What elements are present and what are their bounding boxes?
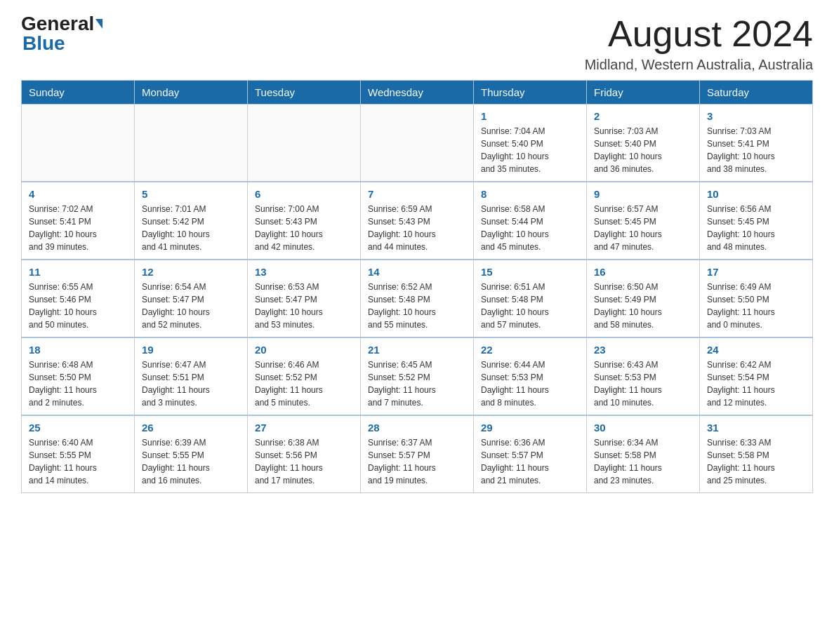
day-info: Sunrise: 6:56 AM Sunset: 5:45 PM Dayligh… <box>707 203 805 253</box>
calendar-cell: 13Sunrise: 6:53 AM Sunset: 5:47 PM Dayli… <box>248 260 361 337</box>
day-number: 1 <box>481 110 579 122</box>
calendar-header-sunday: Sunday <box>22 81 135 105</box>
calendar-cell: 16Sunrise: 6:50 AM Sunset: 5:49 PM Dayli… <box>587 260 700 337</box>
day-number: 15 <box>481 266 579 278</box>
day-info: Sunrise: 6:55 AM Sunset: 5:46 PM Dayligh… <box>29 281 127 331</box>
calendar-cell: 7Sunrise: 6:59 AM Sunset: 5:43 PM Daylig… <box>361 182 474 260</box>
day-number: 20 <box>255 344 353 356</box>
logo-triangle-icon <box>95 19 102 29</box>
day-number: 26 <box>142 422 240 434</box>
calendar-header-monday: Monday <box>135 81 248 105</box>
calendar-header-tuesday: Tuesday <box>248 81 361 105</box>
calendar-cell: 11Sunrise: 6:55 AM Sunset: 5:46 PM Dayli… <box>22 260 135 337</box>
day-info: Sunrise: 6:54 AM Sunset: 5:47 PM Dayligh… <box>142 281 240 331</box>
calendar-header-thursday: Thursday <box>474 81 587 105</box>
calendar-cell <box>135 105 248 182</box>
logo: General Blue <box>21 14 102 53</box>
day-info: Sunrise: 6:37 AM Sunset: 5:57 PM Dayligh… <box>368 436 466 487</box>
day-info: Sunrise: 7:03 AM Sunset: 5:40 PM Dayligh… <box>594 125 692 175</box>
calendar-cell: 23Sunrise: 6:43 AM Sunset: 5:53 PM Dayli… <box>587 337 700 415</box>
day-info: Sunrise: 6:42 AM Sunset: 5:54 PM Dayligh… <box>707 358 805 409</box>
day-info: Sunrise: 7:00 AM Sunset: 5:43 PM Dayligh… <box>255 203 353 253</box>
logo-text-main: General <box>21 14 94 34</box>
calendar-week-row: 1Sunrise: 7:04 AM Sunset: 5:40 PM Daylig… <box>22 105 813 182</box>
calendar-week-row: 4Sunrise: 7:02 AM Sunset: 5:41 PM Daylig… <box>22 182 813 260</box>
day-number: 31 <box>707 422 805 434</box>
calendar-cell: 20Sunrise: 6:46 AM Sunset: 5:52 PM Dayli… <box>248 337 361 415</box>
day-info: Sunrise: 6:49 AM Sunset: 5:50 PM Dayligh… <box>707 281 805 331</box>
calendar-cell <box>361 105 474 182</box>
calendar-cell: 24Sunrise: 6:42 AM Sunset: 5:54 PM Dayli… <box>700 337 813 415</box>
calendar-cell: 15Sunrise: 6:51 AM Sunset: 5:48 PM Dayli… <box>474 260 587 337</box>
day-info: Sunrise: 6:57 AM Sunset: 5:45 PM Dayligh… <box>594 203 692 253</box>
day-info: Sunrise: 6:38 AM Sunset: 5:56 PM Dayligh… <box>255 436 353 487</box>
day-number: 6 <box>255 188 353 200</box>
calendar-cell: 12Sunrise: 6:54 AM Sunset: 5:47 PM Dayli… <box>135 260 248 337</box>
day-number: 12 <box>142 266 240 278</box>
calendar-cell: 4Sunrise: 7:02 AM Sunset: 5:41 PM Daylig… <box>22 182 135 260</box>
calendar-week-row: 18Sunrise: 6:48 AM Sunset: 5:50 PM Dayli… <box>22 337 813 415</box>
day-number: 14 <box>368 266 466 278</box>
calendar-cell: 26Sunrise: 6:39 AM Sunset: 5:55 PM Dayli… <box>135 415 248 493</box>
logo-text-blue: Blue <box>22 32 65 54</box>
calendar-cell: 21Sunrise: 6:45 AM Sunset: 5:52 PM Dayli… <box>361 337 474 415</box>
calendar-cell: 28Sunrise: 6:37 AM Sunset: 5:57 PM Dayli… <box>361 415 474 493</box>
calendar-cell: 30Sunrise: 6:34 AM Sunset: 5:58 PM Dayli… <box>587 415 700 493</box>
day-number: 9 <box>594 188 692 200</box>
calendar-header-friday: Friday <box>587 81 700 105</box>
calendar-cell: 10Sunrise: 6:56 AM Sunset: 5:45 PM Dayli… <box>700 182 813 260</box>
calendar-cell: 3Sunrise: 7:03 AM Sunset: 5:41 PM Daylig… <box>700 105 813 182</box>
day-number: 18 <box>29 344 127 356</box>
day-number: 25 <box>29 422 127 434</box>
calendar-cell: 8Sunrise: 6:58 AM Sunset: 5:44 PM Daylig… <box>474 182 587 260</box>
day-number: 24 <box>707 344 805 356</box>
day-number: 2 <box>594 110 692 122</box>
day-info: Sunrise: 6:34 AM Sunset: 5:58 PM Dayligh… <box>594 436 692 487</box>
calendar-cell: 18Sunrise: 6:48 AM Sunset: 5:50 PM Dayli… <box>22 337 135 415</box>
day-number: 22 <box>481 344 579 356</box>
page-header: General Blue August 2024 Midland, Wester… <box>21 14 813 73</box>
day-info: Sunrise: 7:01 AM Sunset: 5:42 PM Dayligh… <box>142 203 240 253</box>
calendar-cell: 1Sunrise: 7:04 AM Sunset: 5:40 PM Daylig… <box>474 105 587 182</box>
calendar-cell: 19Sunrise: 6:47 AM Sunset: 5:51 PM Dayli… <box>135 337 248 415</box>
calendar-cell: 6Sunrise: 7:00 AM Sunset: 5:43 PM Daylig… <box>248 182 361 260</box>
day-number: 21 <box>368 344 466 356</box>
day-number: 4 <box>29 188 127 200</box>
day-number: 30 <box>594 422 692 434</box>
calendar-header-row: SundayMondayTuesdayWednesdayThursdayFrid… <box>22 81 813 105</box>
day-number: 5 <box>142 188 240 200</box>
day-number: 11 <box>29 266 127 278</box>
calendar-header-saturday: Saturday <box>700 81 813 105</box>
month-title: August 2024 <box>585 14 813 54</box>
day-info: Sunrise: 6:44 AM Sunset: 5:53 PM Dayligh… <box>481 358 579 409</box>
day-info: Sunrise: 6:58 AM Sunset: 5:44 PM Dayligh… <box>481 203 579 253</box>
day-info: Sunrise: 6:33 AM Sunset: 5:58 PM Dayligh… <box>707 436 805 487</box>
calendar-cell <box>248 105 361 182</box>
title-section: August 2024 Midland, Western Australia, … <box>585 14 813 73</box>
day-info: Sunrise: 7:03 AM Sunset: 5:41 PM Dayligh… <box>707 125 805 175</box>
day-info: Sunrise: 7:02 AM Sunset: 5:41 PM Dayligh… <box>29 203 127 253</box>
day-info: Sunrise: 6:48 AM Sunset: 5:50 PM Dayligh… <box>29 358 127 409</box>
calendar-cell: 5Sunrise: 7:01 AM Sunset: 5:42 PM Daylig… <box>135 182 248 260</box>
calendar-table: SundayMondayTuesdayWednesdayThursdayFrid… <box>21 80 813 493</box>
day-number: 29 <box>481 422 579 434</box>
calendar-cell: 14Sunrise: 6:52 AM Sunset: 5:48 PM Dayli… <box>361 260 474 337</box>
day-info: Sunrise: 6:59 AM Sunset: 5:43 PM Dayligh… <box>368 203 466 253</box>
day-info: Sunrise: 6:39 AM Sunset: 5:55 PM Dayligh… <box>142 436 240 487</box>
day-number: 8 <box>481 188 579 200</box>
day-number: 13 <box>255 266 353 278</box>
day-number: 23 <box>594 344 692 356</box>
day-info: Sunrise: 6:50 AM Sunset: 5:49 PM Dayligh… <box>594 281 692 331</box>
calendar-cell: 27Sunrise: 6:38 AM Sunset: 5:56 PM Dayli… <box>248 415 361 493</box>
day-info: Sunrise: 6:46 AM Sunset: 5:52 PM Dayligh… <box>255 358 353 409</box>
day-number: 7 <box>368 188 466 200</box>
day-number: 27 <box>255 422 353 434</box>
calendar-week-row: 11Sunrise: 6:55 AM Sunset: 5:46 PM Dayli… <box>22 260 813 337</box>
day-info: Sunrise: 7:04 AM Sunset: 5:40 PM Dayligh… <box>481 125 579 175</box>
day-info: Sunrise: 6:47 AM Sunset: 5:51 PM Dayligh… <box>142 358 240 409</box>
location-title: Midland, Western Australia, Australia <box>585 57 813 73</box>
day-number: 16 <box>594 266 692 278</box>
day-info: Sunrise: 6:43 AM Sunset: 5:53 PM Dayligh… <box>594 358 692 409</box>
calendar-cell: 17Sunrise: 6:49 AM Sunset: 5:50 PM Dayli… <box>700 260 813 337</box>
calendar-cell: 22Sunrise: 6:44 AM Sunset: 5:53 PM Dayli… <box>474 337 587 415</box>
